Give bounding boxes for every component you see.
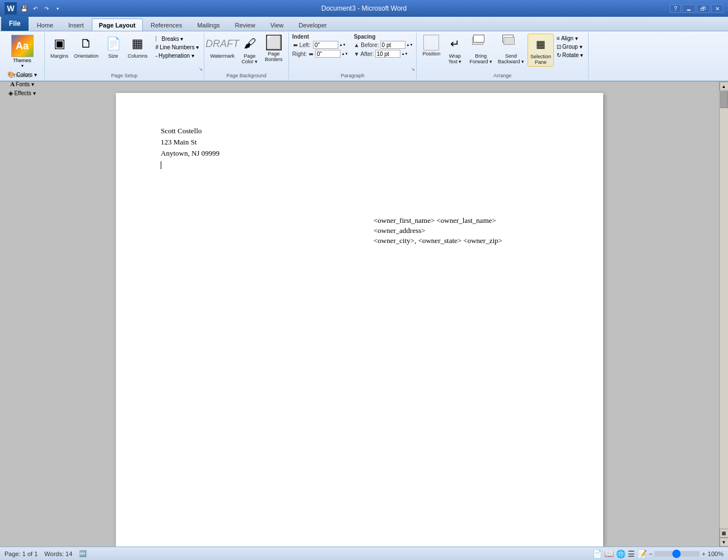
effects-btn[interactable]: ◈ Effects ▾	[7, 89, 37, 97]
view-normal-btn[interactable]: 📄	[592, 549, 602, 558]
spacing-controls: Spacing ▲ Before: ▲▼ ▼ After: ▲▼	[354, 34, 413, 58]
rotate-label: Rotate ▾	[562, 52, 583, 58]
minimize-btn[interactable]: 🗕	[682, 4, 696, 13]
fonts-btn[interactable]: A Fonts ▾	[8, 80, 36, 88]
send-backward-icon	[502, 35, 520, 53]
qa-dropdown-btn[interactable]: ▾	[53, 3, 63, 13]
position-btn[interactable]: Position	[420, 34, 442, 67]
view-web-btn[interactable]: 🌐	[616, 549, 626, 558]
margins-btn[interactable]: ▣ Margins	[48, 34, 71, 60]
spacing-before-spin[interactable]: ▲▼	[407, 43, 413, 46]
watermark-btn[interactable]: DRAFT Watermark	[208, 34, 237, 60]
send-backward-btn-label: SendBackward ▾	[498, 53, 524, 64]
align-icon: ≡	[557, 35, 560, 41]
indent-left-spin[interactable]: ▲▼	[339, 43, 346, 46]
position-icon	[423, 35, 439, 50]
cursor-line	[161, 160, 558, 169]
spacing-after-spin[interactable]: ▲▼	[402, 52, 408, 55]
page-borders-btn-label: PageBorders	[265, 51, 283, 62]
indent-controls: Indent 🠬 Left: ▲▼ Right: 🠮 ▲▼	[292, 34, 348, 58]
tab-file[interactable]: File	[1, 16, 29, 31]
page-borders-btn[interactable]: ⬜ PageBorders	[263, 34, 285, 63]
tab-pagelayout[interactable]: Page Layout	[92, 18, 143, 31]
tab-references[interactable]: References	[143, 18, 189, 31]
rotate-btn[interactable]: ↻ Rotate ▾	[555, 52, 585, 59]
spacing-after-input[interactable]	[375, 50, 400, 58]
scroll-down-btn[interactable]: ▼	[720, 538, 729, 547]
columns-btn[interactable]: ▦ Columns	[125, 34, 150, 60]
doc-scroll-area: Scott Costello 123 Main St Anytown, NJ 0…	[0, 82, 719, 547]
indent-right-spin[interactable]: ▲▼	[342, 52, 348, 55]
tab-home[interactable]: Home	[30, 18, 60, 31]
align-btn[interactable]: ≡ Align ▾	[555, 35, 585, 42]
paragraph-group: Indent 🠬 Left: ▲▼ Right: 🠮 ▲▼ Spacing	[289, 32, 417, 80]
title-bar-left: W 💾 ↶ ↷ ▾	[4, 2, 63, 15]
wrap-text-btn[interactable]: ↵ WrapText ▾	[444, 34, 466, 67]
window-controls: ? 🗕 🗗 ✕	[670, 4, 724, 13]
themes-btn[interactable]: Aa Themes ▾	[10, 34, 35, 69]
tab-review[interactable]: Review	[228, 18, 263, 31]
scroll-track	[720, 91, 728, 529]
arrange-group: Position ↵ WrapText ▾ BringForward ▾	[417, 32, 589, 80]
themes-icon: Aa	[11, 35, 34, 57]
tab-developer[interactable]: Developer	[291, 18, 334, 31]
effects-label: Effects ▾	[14, 90, 35, 96]
arrange-group-content: Position ↵ WrapText ▾ BringForward ▾	[420, 34, 585, 78]
tab-mailings[interactable]: Mailings	[190, 18, 227, 31]
zoom-level: 100%	[708, 550, 724, 557]
zoom-slider[interactable]	[655, 551, 699, 557]
scroll-thumb[interactable]	[720, 91, 728, 108]
save-quick-btn[interactable]: 💾	[19, 3, 29, 13]
size-btn[interactable]: 📄 Size	[102, 34, 124, 60]
orientation-btn-label: Orientation	[74, 53, 99, 59]
page-color-btn[interactable]: 🖌 PageColor ▾	[239, 34, 261, 66]
scroll-up-btn[interactable]: ▲	[720, 82, 729, 91]
undo-quick-btn[interactable]: ↶	[30, 3, 40, 13]
page-background-group-label: Page Background	[204, 73, 288, 78]
orientation-btn[interactable]: 🗋 Orientation	[72, 34, 101, 60]
indent-left-input[interactable]	[313, 41, 338, 49]
tab-view[interactable]: View	[263, 18, 291, 31]
margins-btn-label: Margins	[50, 53, 68, 59]
view-reading-btn[interactable]: 📖	[604, 549, 614, 558]
recipient-block: <owner_first_name> <owner_last_name> <ow…	[374, 216, 502, 246]
close-btn[interactable]: ✕	[711, 4, 724, 13]
group-arrange-btn[interactable]: ⊡ Group ▾	[555, 43, 585, 50]
line-numbers-btn[interactable]: # Line Numbers ▾	[154, 44, 201, 51]
view-outline-btn[interactable]: ☰	[628, 549, 635, 558]
title-bar: W 💾 ↶ ↷ ▾ Document3 - Microsoft Word ? 🗕…	[0, 0, 728, 17]
quick-access-toolbar: 💾 ↶ ↷ ▾	[19, 3, 63, 13]
line-numbers-label: Line Numbers ▾	[160, 44, 199, 50]
indent-right-input[interactable]	[315, 50, 340, 58]
bring-forward-btn[interactable]: BringForward ▾	[467, 34, 494, 67]
page-setup-group-label: Page Setup	[45, 73, 204, 78]
breaks-btn[interactable]: ⎸ Breaks ▾	[154, 35, 201, 43]
effects-icon: ◈	[8, 90, 13, 97]
document-page[interactable]: Scott Costello 123 Main St Anytown, NJ 0…	[116, 93, 603, 547]
redo-quick-btn[interactable]: ↷	[41, 3, 52, 13]
page-status: Page: 1 of 1	[4, 550, 38, 557]
page-setup-expand-btn[interactable]: ↘	[199, 67, 203, 72]
tab-insert[interactable]: Insert	[61, 18, 91, 31]
arrange-row1: Position ↵ WrapText ▾ BringForward ▾	[420, 34, 554, 67]
spacing-before-label: ▲ Before:	[354, 42, 379, 48]
send-backward-btn[interactable]: SendBackward ▾	[496, 34, 526, 67]
zoom-in-btn[interactable]: +	[702, 550, 705, 557]
help-btn[interactable]: ?	[670, 4, 681, 13]
right-scrollbar: ▲ ⬛ ▼	[719, 82, 728, 547]
page-background-group: DRAFT Watermark 🖌 PageColor ▾ ⬜ PageBord…	[204, 32, 289, 80]
paragraph-expand-btn[interactable]: ↘	[411, 67, 415, 72]
hyphenation-btn[interactable]: - Hyphenation ▾	[154, 52, 201, 59]
themes-group: Aa Themes ▾ 🎨 Colors ▾ A Fonts ▾ ◈ Effec…	[0, 32, 45, 80]
zoom-out-btn[interactable]: −	[649, 550, 652, 557]
page-setup-group: ▣ Margins 🗋 Orientation 📄 Size ▦ Columns	[45, 32, 204, 80]
breaks-label: Breaks ▾	[162, 36, 184, 42]
page-color-btn-label: PageColor ▾	[241, 53, 258, 64]
view-draft-btn[interactable]: 📝	[637, 549, 647, 558]
sender-citystatezip: Anytown, NJ 09999	[161, 149, 558, 158]
selection-pane-btn[interactable]: ▦ SelectionPane	[528, 34, 554, 67]
restore-btn[interactable]: 🗗	[697, 4, 710, 13]
spacing-before-input[interactable]	[380, 41, 405, 49]
page-borders-icon: ⬜	[266, 35, 282, 50]
document-area: Scott Costello 123 Main St Anytown, NJ 0…	[0, 82, 719, 547]
